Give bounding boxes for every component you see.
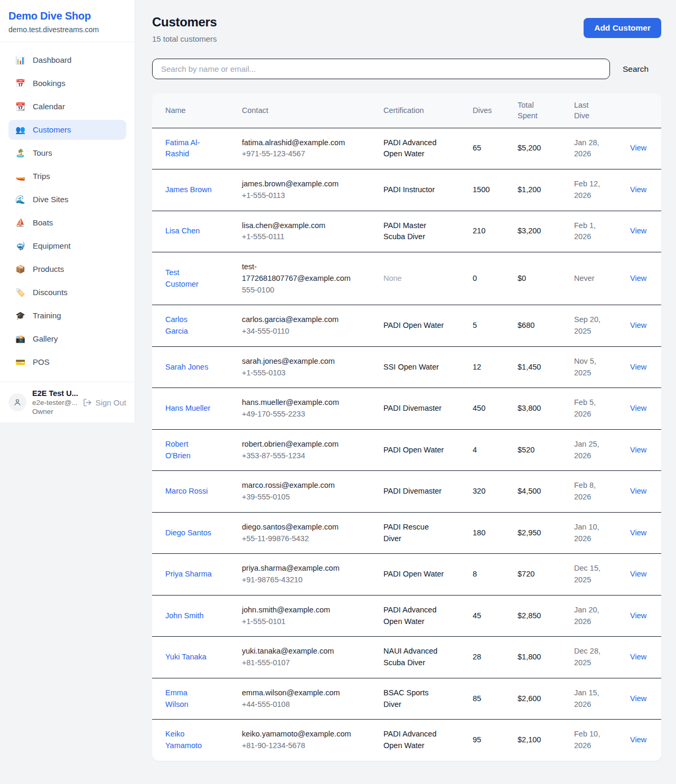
customer-name-link[interactable]: Keiko Yamamoto <box>165 729 212 752</box>
sidebar-item-label: Boats <box>33 218 53 228</box>
customer-name-link[interactable]: Fatima Al-Rashid <box>165 137 212 160</box>
view-link[interactable]: View <box>630 363 646 371</box>
customer-name-link[interactable]: Emma Wilson <box>165 687 212 711</box>
view-link[interactable]: View <box>630 274 646 282</box>
gallery-icon: 📸 <box>15 334 26 344</box>
customer-phone: +49-170-555-2233 <box>242 409 371 420</box>
view-link[interactable]: View <box>630 611 646 620</box>
user-email: e2e-tester@... <box>32 398 77 407</box>
sidebar-item-label: Trips <box>33 172 50 181</box>
customer-email: test-1772681807767@example.com <box>242 261 355 285</box>
shop-domain: demo.test.divestreams.com <box>8 25 126 34</box>
boats-icon: ⛵ <box>15 218 26 228</box>
customer-total-spent: $1,450 <box>518 363 541 371</box>
customer-name-link[interactable]: Test Customer <box>165 267 212 290</box>
sidebar-item-label: Customers <box>33 125 71 135</box>
customer-dives: 320 <box>473 487 485 495</box>
customer-name-link[interactable]: Lisa Chen <box>165 225 200 237</box>
sidebar-item-bookings[interactable]: 📅 Bookings <box>8 73 126 93</box>
customer-name-link[interactable]: Sarah Jones <box>165 362 208 373</box>
sidebar-item-boats[interactable]: ⛵ Boats <box>8 213 126 233</box>
sign-out-button[interactable]: Sign Out <box>83 398 126 407</box>
sidebar-item-customers[interactable]: 👥 Customers <box>8 120 126 140</box>
customer-total-spent: $720 <box>518 570 534 578</box>
customer-phone: +34-555-0110 <box>242 326 371 337</box>
customer-total-spent: $2,600 <box>518 694 541 703</box>
column-header-certification: Certification <box>377 93 466 128</box>
table-row: Priya Sharma priya.sharma@example.com +9… <box>152 554 661 596</box>
customer-dives: 8 <box>473 570 477 578</box>
view-link[interactable]: View <box>630 487 646 495</box>
sidebar-item-trips[interactable]: 🚤 Trips <box>8 166 126 186</box>
view-link[interactable]: View <box>630 144 646 152</box>
view-link[interactable]: View <box>630 528 646 537</box>
customer-phone: +353-87-555-1234 <box>242 450 371 462</box>
customer-dives: 210 <box>473 226 485 235</box>
customer-name-link[interactable]: Yuki Tanaka <box>165 651 206 663</box>
customer-email: keiko.yamamoto@example.com <box>242 729 355 740</box>
training-icon: 🎓 <box>15 311 26 320</box>
view-link[interactable]: View <box>630 404 646 412</box>
view-link[interactable]: View <box>630 321 646 329</box>
customer-phone: +971-55-123-4567 <box>242 148 371 160</box>
customer-email: james.brown@example.com <box>242 178 355 190</box>
customer-certification: PADI Instructor <box>383 184 435 196</box>
sidebar-item-dashboard[interactable]: 📊 Dashboard <box>8 50 126 70</box>
view-link[interactable]: View <box>630 446 646 454</box>
customer-name-link[interactable]: Diego Santos <box>165 527 211 539</box>
customer-name-link[interactable]: Robert O'Brien <box>165 439 212 462</box>
table-row: Robert O'Brien robert.obrien@example.com… <box>152 429 661 471</box>
table-row: Emma Wilson emma.wilson@example.com +44-… <box>152 678 661 720</box>
sidebar-item-pos[interactable]: 💳 POS <box>8 352 126 372</box>
sidebar-item-calendar[interactable]: 📆 Calendar <box>8 97 126 117</box>
sidebar-item-label: Training <box>33 311 61 320</box>
table-row: Diego Santos diego.santos@example.com +5… <box>152 512 661 554</box>
view-link[interactable]: View <box>630 185 646 194</box>
sidebar-item-products[interactable]: 📦 Products <box>8 259 126 279</box>
sidebar-item-training[interactable]: 🎓 Training <box>8 306 126 326</box>
column-header-actions <box>624 93 661 128</box>
customer-total-spent: $2,950 <box>518 528 541 537</box>
customer-dives: 450 <box>473 404 485 412</box>
sidebar-item-tours[interactable]: 🏝️ Tours <box>8 143 126 163</box>
customer-name-link[interactable]: Marco Rossi <box>165 486 208 497</box>
customer-phone: 555-0100 <box>242 285 371 296</box>
add-customer-button[interactable]: Add Customer <box>584 18 661 38</box>
page-header: Customers 15 total customers Add Custome… <box>152 15 661 43</box>
customer-last-dive: Feb 5, 2026 <box>574 397 604 420</box>
customer-certification: BSAC Sports Diver <box>383 687 446 711</box>
customer-total-spent: $2,850 <box>518 611 541 620</box>
customer-phone: +91-98765-43210 <box>242 574 371 586</box>
customer-certification: PADI Master Scuba Diver <box>383 220 446 243</box>
customer-name-link[interactable]: Carlos Garcia <box>165 314 212 337</box>
sidebar-item-label: Bookings <box>33 79 65 88</box>
view-link[interactable]: View <box>630 653 646 661</box>
customer-name-link[interactable]: Priya Sharma <box>165 569 212 580</box>
view-link[interactable]: View <box>630 735 646 744</box>
equipment-icon: 🤿 <box>15 241 26 251</box>
customer-email: hans.mueller@example.com <box>242 397 355 409</box>
customer-dives: 65 <box>473 144 481 152</box>
table-row: Keiko Yamamoto keiko.yamamoto@example.co… <box>152 720 661 761</box>
dashboard-icon: 📊 <box>15 55 26 65</box>
customer-name-link[interactable]: John Smith <box>165 610 204 622</box>
customer-phone: +1-555-0111 <box>242 231 371 243</box>
search-button[interactable]: Search <box>610 64 661 74</box>
sidebar-item-label: Gallery <box>33 334 58 344</box>
sidebar-item-discounts[interactable]: 🏷️ Discounts <box>8 282 126 303</box>
calendar-icon: 📆 <box>15 102 26 111</box>
customer-last-dive: Feb 1, 2026 <box>574 220 604 243</box>
column-header-last-dive: Last Dive <box>568 93 624 128</box>
sidebar-item-gallery[interactable]: 📸 Gallery <box>8 329 126 349</box>
sidebar-item-label: Dive Sites <box>33 195 69 204</box>
view-link[interactable]: View <box>630 226 646 235</box>
sidebar-item-equipment[interactable]: 🤿 Equipment <box>8 236 126 256</box>
customer-name-link[interactable]: Hans Mueller <box>165 403 210 414</box>
customer-name-link[interactable]: James Brown <box>165 184 212 196</box>
column-header-name: Name <box>152 93 236 128</box>
sidebar-item-dive-sites[interactable]: 🌊 Dive Sites <box>8 190 126 210</box>
view-link[interactable]: View <box>630 694 646 703</box>
bookings-icon: 📅 <box>15 79 26 88</box>
view-link[interactable]: View <box>630 570 646 578</box>
search-input[interactable] <box>152 59 610 79</box>
